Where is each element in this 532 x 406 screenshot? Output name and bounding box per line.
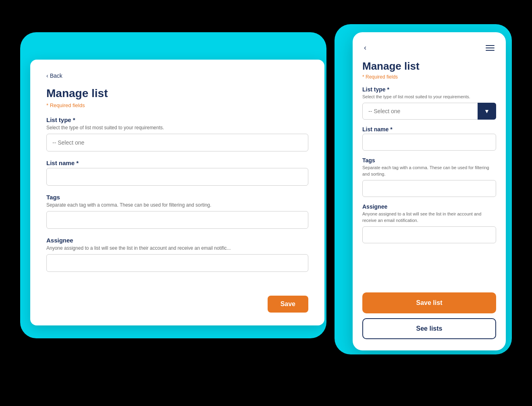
assignee-label-desktop: Assignee (46, 237, 308, 244)
list-type-label-desktop: List type * (46, 116, 308, 123)
assignee-section-desktop: Assignee Anyone assigned to a list will … (46, 237, 308, 272)
list-name-input-mobile[interactable] (362, 134, 496, 151)
list-name-input-desktop[interactable] (46, 168, 308, 186)
list-type-section-mobile: List type * Select the type of list most… (362, 86, 496, 120)
mobile-back-button[interactable]: ‹ (362, 42, 368, 54)
mobile-header: ‹ (362, 42, 496, 54)
hamburger-line-2 (486, 48, 495, 48)
list-type-hint-mobile: Select the type of list most suited to y… (362, 94, 496, 100)
list-type-input-mobile[interactable] (362, 103, 496, 120)
tags-input-mobile[interactable] (362, 180, 496, 197)
mobile-menu-button[interactable] (484, 44, 496, 52)
list-type-hint-desktop: Select the type of list most suited to y… (46, 125, 308, 130)
assignee-section-mobile: Assignee Anyone assigned to a list will … (362, 203, 496, 243)
tags-section-desktop: Tags Separate each tag with a comma. The… (46, 194, 308, 229)
assignee-hint-desktop: Anyone assigned to a list will see the l… (46, 245, 308, 251)
mobile-card: ‹ Manage list * Required fields List typ… (353, 32, 506, 350)
see-lists-button[interactable]: See lists (362, 318, 496, 339)
back-label: Back (50, 72, 62, 79)
list-name-label-desktop: List name * (46, 160, 308, 166)
save-button-desktop[interactable]: Save (268, 296, 308, 313)
list-name-section-desktop: List name * (46, 160, 308, 186)
list-name-label-mobile: List name * (362, 126, 496, 133)
hamburger-line-3 (486, 50, 495, 51)
list-type-select-wrapper-desktop (46, 134, 308, 151)
list-type-dropdown-button[interactable]: ▼ (478, 103, 496, 120)
list-type-section-desktop: List type * Select the type of list most… (46, 116, 308, 151)
list-name-section-mobile: List name * (362, 126, 496, 151)
mobile-required-text: * Required fields (362, 74, 496, 80)
tags-label-mobile: Tags (362, 157, 496, 164)
list-type-input-desktop[interactable] (46, 134, 308, 151)
required-text-desktop: * Required fields (46, 102, 308, 108)
tags-hint-mobile: Separate each tag with a comma. These ca… (362, 165, 496, 177)
assignee-input-desktop[interactable] (46, 254, 308, 272)
hamburger-line-1 (486, 45, 495, 46)
list-type-label-mobile: List type * (362, 86, 496, 93)
dropdown-arrow-icon: ▼ (484, 108, 490, 114)
tags-label-desktop: Tags (46, 194, 308, 201)
back-link[interactable]: ‹ Back (46, 72, 308, 79)
assignee-input-mobile[interactable] (362, 226, 496, 243)
save-list-button[interactable]: Save list (362, 292, 496, 313)
page-title-desktop: Manage list (46, 87, 308, 100)
back-arrow-icon: ‹ (46, 72, 48, 79)
list-type-select-wrapper-mobile: ▼ (362, 103, 496, 120)
tags-hint-desktop: Separate each tag with a comma. These ca… (46, 202, 308, 208)
tags-input-desktop[interactable] (46, 211, 308, 229)
assignee-hint-mobile: Anyone assigned to a list will see the l… (362, 211, 496, 224)
assignee-label-mobile: Assignee (362, 203, 496, 210)
tags-section-mobile: Tags Separate each tag with a comma. The… (362, 157, 496, 197)
mobile-page-title: Manage list (362, 60, 496, 72)
desktop-card: ‹ Back Manage list * Required fields Lis… (30, 60, 324, 325)
mobile-action-buttons: Save list See lists (362, 292, 496, 339)
